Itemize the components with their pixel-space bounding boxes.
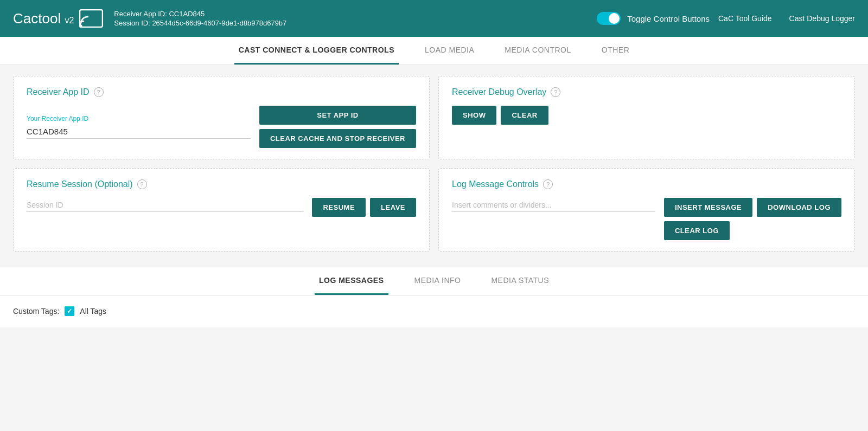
tab-media-control[interactable]: MEDIA CONTROL xyxy=(500,37,575,65)
main-tabs: CAST CONNECT & LOGGER CONTROLS LOAD MEDI… xyxy=(0,37,868,65)
log-comment-input[interactable] xyxy=(452,198,655,212)
brand: Cactool v2 xyxy=(13,9,103,28)
clear-debug-overlay-button[interactable]: CLEAR xyxy=(501,106,548,125)
app-header: Cactool v2 Receiver App ID: CC1AD845 Ses… xyxy=(0,0,868,37)
toggle-control-buttons[interactable] xyxy=(597,12,621,25)
tab-log-messages[interactable]: LOG MESSAGES xyxy=(315,267,388,295)
tab-cast-connect[interactable]: CAST CONNECT & LOGGER CONTROLS xyxy=(234,37,399,65)
toggle-section: Toggle Control Buttons xyxy=(597,12,710,25)
tab-other[interactable]: OTHER xyxy=(597,37,634,65)
session-id-display: Session ID: 26544d5c-66d9-4607-9de1-d8b9… xyxy=(114,19,579,27)
all-tags-checkbox[interactable] xyxy=(65,306,74,316)
receiver-debug-overlay-card: Receiver Debug Overlay ? SHOW CLEAR xyxy=(438,76,855,159)
clear-log-button[interactable]: CLEAR LOG xyxy=(664,221,730,240)
set-app-id-button[interactable]: SET APP ID xyxy=(259,106,416,125)
custom-tags-row: Custom Tags: All Tags xyxy=(13,306,855,316)
main-content: Receiver App ID ? Your Receiver App ID S… xyxy=(0,65,868,262)
download-log-button[interactable]: DOWNLOAD LOG xyxy=(757,198,841,217)
toggle-label: Toggle Control Buttons xyxy=(627,14,710,23)
debug-overlay-btn-group: SHOW CLEAR xyxy=(452,106,548,125)
log-message-controls-title: Log Message Controls ? xyxy=(452,179,841,189)
session-id-input-group xyxy=(27,198,303,212)
resume-session-btn-group: RESUME LEAVE xyxy=(312,198,416,217)
log-message-controls-help-icon[interactable]: ? xyxy=(543,179,553,189)
bottom-tabs: LOG MESSAGES MEDIA INFO MEDIA STATUS xyxy=(0,267,868,295)
cac-tool-guide-link[interactable]: CaC Tool Guide xyxy=(718,14,772,23)
log-bottom-btn-row: CLEAR LOG xyxy=(664,221,841,240)
log-comment-input-group xyxy=(452,198,655,212)
custom-tags-label: Custom Tags: xyxy=(13,307,59,316)
receiver-app-id-title: Receiver App ID ? xyxy=(27,87,416,97)
insert-message-button[interactable]: INSERT MESSAGE xyxy=(664,198,752,217)
card-grid: Receiver App ID ? Your Receiver App ID S… xyxy=(13,76,855,252)
receiver-app-id-card: Receiver App ID ? Your Receiver App ID S… xyxy=(13,76,430,159)
header-info: Receiver App ID: CC1AD845 Session ID: 26… xyxy=(114,10,579,27)
resume-session-help-icon[interactable]: ? xyxy=(137,179,147,189)
tab-media-info[interactable]: MEDIA INFO xyxy=(410,267,465,295)
receiver-debug-overlay-title: Receiver Debug Overlay ? xyxy=(452,87,841,97)
app-version: v2 xyxy=(65,16,74,25)
receiver-app-id-btn-group: SET APP ID CLEAR CACHE AND STOP RECEIVER xyxy=(259,106,416,148)
log-btn-group: INSERT MESSAGE DOWNLOAD LOG CLEAR LOG xyxy=(664,198,841,240)
receiver-app-id-input-group: Your Receiver App ID xyxy=(27,115,251,139)
receiver-app-id-input[interactable] xyxy=(27,125,251,139)
resume-session-card: Resume Session (Optional) ? RESUME LEAVE xyxy=(13,168,430,252)
app-title: Cactool v2 xyxy=(13,10,74,27)
clear-cache-stop-receiver-button[interactable]: CLEAR CACHE AND STOP RECEIVER xyxy=(259,129,416,148)
resume-session-title: Resume Session (Optional) ? xyxy=(27,179,416,189)
header-nav: CaC Tool Guide Cast Debug Logger xyxy=(718,14,855,23)
leave-button[interactable]: LEAVE xyxy=(370,198,416,217)
receiver-app-id-help-icon[interactable]: ? xyxy=(94,87,104,97)
tab-load-media[interactable]: LOAD MEDIA xyxy=(420,37,478,65)
receiver-debug-overlay-help-icon[interactable]: ? xyxy=(551,87,560,97)
log-top-btn-row: INSERT MESSAGE DOWNLOAD LOG xyxy=(664,198,841,217)
tab-media-status[interactable]: MEDIA STATUS xyxy=(487,267,553,295)
bottom-section: LOG MESSAGES MEDIA INFO MEDIA STATUS Cus… xyxy=(0,267,868,327)
cast-debug-logger-link[interactable]: Cast Debug Logger xyxy=(789,14,855,23)
show-debug-overlay-button[interactable]: SHOW xyxy=(452,106,496,125)
svg-point-1 xyxy=(80,25,82,28)
resume-session-body: RESUME LEAVE xyxy=(27,198,416,217)
bottom-content: Custom Tags: All Tags xyxy=(0,295,868,327)
receiver-app-id-body: Your Receiver App ID SET APP ID CLEAR CA… xyxy=(27,106,416,148)
receiver-debug-overlay-body: SHOW CLEAR xyxy=(452,106,841,125)
all-tags-label: All Tags xyxy=(80,307,106,316)
receiver-app-id-input-label: Your Receiver App ID xyxy=(27,115,251,123)
session-id-input[interactable] xyxy=(27,198,303,212)
log-message-controls-body: INSERT MESSAGE DOWNLOAD LOG CLEAR LOG xyxy=(452,198,841,240)
receiver-app-id-display: Receiver App ID: CC1AD845 xyxy=(114,10,579,18)
resume-button[interactable]: RESUME xyxy=(312,198,366,217)
log-message-controls-card: Log Message Controls ? INSERT MESSAGE DO… xyxy=(438,168,855,252)
cast-logo-icon xyxy=(79,9,103,28)
